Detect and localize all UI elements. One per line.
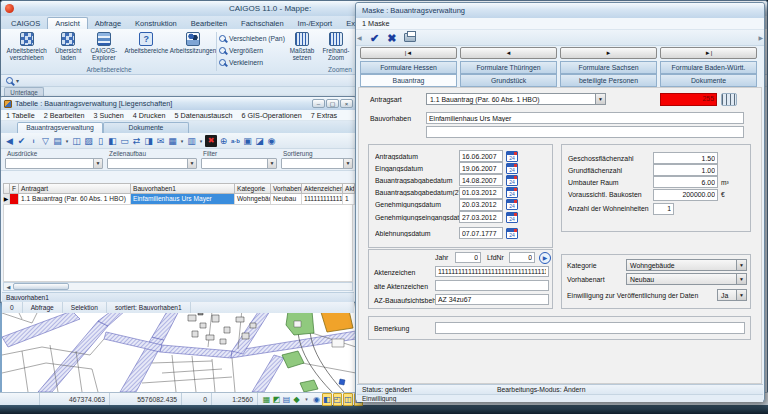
folder-icon[interactable]: ◪	[254, 134, 265, 148]
search-icon[interactable]	[6, 77, 13, 84]
bauvorhaben-input[interactable]	[426, 112, 744, 124]
cell-kategorie[interactable]: Wohngebäude	[235, 194, 271, 205]
cell-vorhabenart[interactable]: Neubau	[271, 194, 302, 205]
menu-gis-operationen[interactable]: 6 GIS-Operationen	[242, 111, 302, 120]
alte-aktenzeichen-input[interactable]	[435, 280, 549, 291]
ribbon-tab-abfrage[interactable]: Abfrage	[88, 18, 128, 29]
menu-suchen[interactable]: 3 Suchen	[93, 111, 123, 120]
calendar-icon[interactable]	[506, 199, 518, 210]
polygon-select-icon[interactable]: ◫	[343, 393, 353, 406]
menu-maske[interactable]: 1 Maske	[362, 19, 390, 28]
calendar-icon[interactable]	[506, 212, 518, 223]
dropdown-icon[interactable]: ▾	[179, 134, 185, 148]
column-header-aktenzeichen[interactable]: Aktenzeichen	[302, 183, 343, 194]
jahr-input[interactable]	[455, 252, 481, 263]
chevron-down-icon[interactable]: ▾	[16, 77, 19, 84]
tab-formulare-sachsen[interactable]: Formulare Sachsen	[560, 61, 657, 74]
dropdown-icon[interactable]: ▾	[302, 394, 311, 405]
pan-button[interactable]: Verschieben (Pan)	[219, 32, 281, 44]
tab-formulare-hessen[interactable]: Formulare Hessen	[360, 61, 457, 74]
dropdown-icon[interactable]: ▾	[198, 134, 204, 148]
ribbon-tab-ansicht[interactable]: Ansicht	[47, 17, 88, 29]
work-sessions-button[interactable]: Arbeitssitzungen	[171, 31, 215, 54]
pager-left-icon[interactable]: ◀	[357, 34, 362, 41]
sortierung-combo[interactable]: ▼	[281, 158, 353, 169]
tab-formulare-baden-wuertt[interactable]: Formulare Baden-Württ.	[660, 61, 757, 74]
number-input[interactable]	[653, 164, 718, 176]
flag-cell[interactable]	[10, 194, 19, 205]
dropdown-icon[interactable]: ▾	[64, 134, 70, 148]
map-scale[interactable]: 1:2560	[212, 393, 258, 405]
record-last-button[interactable]: ►|	[660, 47, 757, 59]
menu-datenaustausch[interactable]: 5 Datenaustausch	[175, 111, 233, 120]
center-map-icon[interactable]: ⊕	[218, 134, 229, 148]
caigos-explorer-button[interactable]: CAIGOS-Explorer	[86, 31, 122, 61]
ribbon-tab-konstruktion[interactable]: Konstruktion	[128, 18, 184, 29]
tab-formulare-thueringen[interactable]: Formulare Thüringen	[460, 61, 557, 74]
menu-tabelle[interactable]: 1 Tabelle	[6, 111, 35, 120]
column-header-bauvorhaben1[interactable]: Bauvorhaben1	[131, 183, 235, 194]
number-input[interactable]	[653, 176, 718, 188]
lfdnr-input[interactable]	[509, 252, 535, 263]
date-input[interactable]	[459, 150, 503, 162]
table-export-icon[interactable]: ▦	[167, 134, 178, 148]
new-record-icon[interactable]: ▯	[95, 134, 106, 148]
pager-right-icon[interactable]: ▶	[758, 34, 763, 41]
column-header-antragart[interactable]: Antragart	[19, 183, 131, 194]
snap-point-icon[interactable]: ◩	[272, 394, 281, 405]
scrollbar-thumb[interactable]	[13, 283, 69, 290]
filter-icon[interactable]: ▽	[40, 134, 51, 148]
cell-antragart[interactable]: 1.1 Bauantrag (Par. 60 Abs. 1 HBO)	[19, 194, 131, 205]
ribbon-tab-bearbeiten[interactable]: Bearbeiten	[184, 18, 234, 29]
maximize-button[interactable]: ▢	[326, 99, 339, 108]
calendar-icon[interactable]	[506, 187, 518, 198]
snap-grid-icon[interactable]: ▦	[262, 394, 271, 405]
visibility-icon[interactable]: ◉	[312, 394, 321, 405]
zoom-in-button[interactable]: Vergrößern	[219, 44, 281, 56]
tab-dokumente[interactable]: Dokumente	[103, 122, 189, 133]
image-icon[interactable]: ▣	[242, 134, 253, 148]
hatch-pattern-button[interactable]	[721, 93, 737, 106]
date-input[interactable]	[459, 227, 503, 239]
set-scale-button[interactable]: Maßstab setzen	[285, 31, 319, 61]
date-input[interactable]	[459, 187, 503, 199]
rename-icon[interactable]: a·b	[230, 134, 241, 148]
color-field[interactable]: 255	[660, 93, 717, 106]
kategorie-combo[interactable]: Wohngebäude ▼	[626, 259, 747, 271]
ribbon-tab-caigos[interactable]: CAIGOS	[4, 18, 47, 29]
aktenzeichen-input[interactable]	[435, 266, 549, 277]
minimize-button[interactable]: –	[312, 99, 325, 108]
load-overview-button[interactable]: Übersicht laden	[50, 31, 86, 61]
delete-filter-icon[interactable]: ✖	[205, 135, 217, 147]
tab-grundstueck[interactable]: Grundstück	[460, 74, 557, 87]
tab-bauantrag[interactable]: Bauantrag	[360, 74, 457, 87]
record-next-button[interactable]: ►	[560, 47, 657, 59]
date-input[interactable]	[459, 162, 503, 174]
freehand-zoom-button[interactable]: Freihand-Zoom	[319, 31, 353, 61]
az-input[interactable]	[435, 294, 549, 305]
ribbon-tab-fachschalen[interactable]: Fachschalen	[234, 18, 291, 29]
print-icon[interactable]	[404, 33, 416, 42]
confirm-icon[interactable]: ✔	[16, 134, 27, 148]
generate-number-icon[interactable]: ▶	[539, 252, 551, 264]
info-icon[interactable]: i	[28, 134, 39, 148]
tab-bauantragsverwaltung[interactable]: Bauantragsverwaltung	[17, 122, 103, 133]
cancel-icon[interactable]: ✖	[387, 31, 396, 45]
ribbon-tab-im-export[interactable]: Im-/Export	[291, 18, 340, 29]
clipboard-icon[interactable]: ▭	[119, 134, 130, 148]
menu-extras[interactable]: 7 Extras	[311, 111, 337, 120]
bauvorhaben2-input[interactable]	[426, 126, 744, 138]
einwilligung-combo[interactable]: Ja ▼	[717, 289, 747, 301]
copy-record-icon[interactable]: ◫	[71, 134, 82, 148]
antragsart-combo[interactable]: 1.1 Bauantrag (Par. 60 Abs. 1 HBO) ▼	[426, 93, 606, 105]
calendar-icon[interactable]	[506, 175, 518, 186]
edit-record-icon[interactable]: ◧	[107, 134, 118, 148]
horizontal-scrollbar[interactable]: ◀	[3, 282, 353, 291]
workspaces-button[interactable]: Arbeitsbereiche	[122, 31, 171, 54]
move-workspace-button[interactable]: Arbeitsbereich verschieben	[3, 31, 50, 61]
table-row[interactable]: ▶ 1.1 Bauantrag (Par. 60 Abs. 1 HBO) Ein…	[3, 194, 353, 205]
column-header-f[interactable]: F	[10, 183, 19, 194]
mail-icon[interactable]: ✉	[155, 134, 166, 148]
sort-table-icon[interactable]: ▤	[52, 134, 63, 148]
cell-aktenzeichen[interactable]: 1111111111111	[302, 194, 343, 205]
